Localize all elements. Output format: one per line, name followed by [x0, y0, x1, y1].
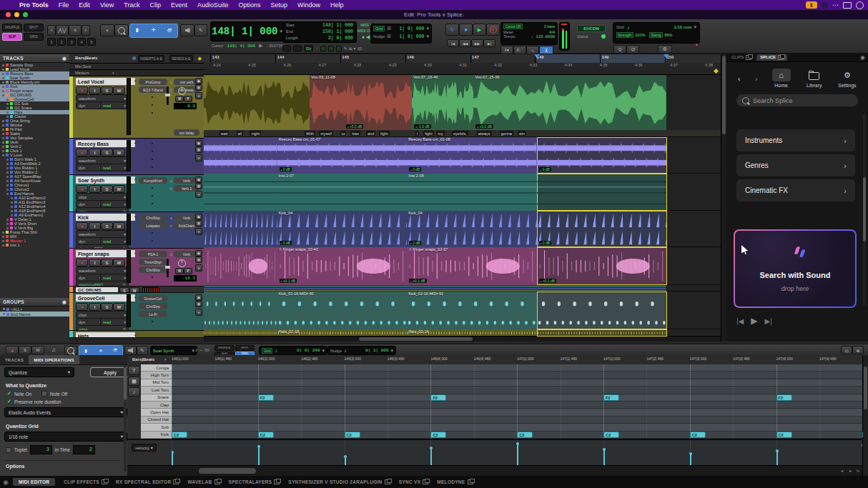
clip[interactable] — [204, 292, 278, 329]
clip-reecey-bass-cm-01-07[interactable]: Reecey Bass-cm_01-07 — [277, 137, 408, 174]
header-add-button[interactable]: + — [195, 228, 202, 235]
lead-vocal-record-button[interactable]: ● — [76, 86, 88, 94]
play-button[interactable]: ▶ — [473, 24, 486, 36]
midi-note-c2-beat-5[interactable]: C2 — [603, 432, 619, 438]
midi-track-selector[interactable]: Soar Synth▾ — [150, 346, 197, 355]
soar-synth-s-button[interactable]: S — [101, 185, 113, 193]
clip[interactable] — [537, 292, 667, 329]
clip-kick-02-16-midi-90[interactable]: Kick_02-16-MIDI-90 — [277, 292, 408, 329]
arrangement-track-groovecell[interactable]: Kick_02-16-MIDI-90Kick_02-16-MIDI-91 — [204, 292, 721, 329]
swing-button[interactable]: Swing: — [649, 32, 663, 38]
velocity-selector[interactable]: velocity ▾ — [132, 444, 157, 452]
midi-mode-shuffle[interactable]: SHUFFLE — [214, 345, 235, 351]
lyric-chip-always[interactable]: always — [477, 131, 492, 136]
menu-window[interactable]: Window — [292, 1, 325, 9]
splice-back-button[interactable]: ‹ — [738, 74, 741, 83]
insert-chnlstrp[interactable]: ChnlStrp — [139, 214, 167, 221]
splice-tab-clips[interactable]: CLIPS — [728, 54, 755, 61]
splice-category-cinematic-fx[interactable]: Cinematic FX› — [736, 179, 855, 201]
menu-options[interactable]: Options — [233, 1, 265, 9]
drum-lane-low-tom[interactable]: Low Tom — [141, 387, 172, 394]
header-mini-1[interactable]: ▣ — [195, 250, 202, 257]
note-off-checkbox[interactable] — [41, 391, 47, 397]
ops-scrollbar[interactable] — [124, 366, 127, 472]
note-on-checkbox[interactable]: ✓ — [7, 391, 11, 397]
insert-psa-1[interactable]: PSA-1 — [139, 251, 167, 257]
group-item-end-harms[interactable]: End Harms — [0, 312, 69, 317]
midi-pencil-tool[interactable]: ✎ — [137, 346, 148, 355]
midi-link-button[interactable]: ⊕ — [852, 346, 864, 354]
tempo-ruler-button[interactable]: ∿ — [526, 46, 539, 54]
midi-note-f2-beat-3[interactable]: F2 — [430, 394, 446, 401]
splice-tab-splice[interactable]: SPLICE — [756, 54, 787, 61]
gc-drums-m-button[interactable]: M — [129, 287, 139, 293]
lyric-chip-lose[interactable]: lose — [350, 131, 360, 136]
velocity-lane[interactable] — [172, 439, 863, 467]
midi-selector-tool[interactable]: ▮· — [80, 347, 93, 354]
reecey-bass-i-button[interactable]: I — [89, 149, 101, 156]
groovecell-s-button[interactable]: S — [101, 303, 113, 311]
clock-icon[interactable] — [856, 1, 864, 9]
lead-vocal-pan-knob[interactable] — [178, 87, 186, 95]
kick-record-button[interactable]: ● — [76, 222, 88, 230]
header-add-button[interactable]: + — [195, 264, 202, 272]
pencil-tool[interactable]: ✎ — [194, 24, 207, 36]
more-menu-icon[interactable]: ⋯ — [832, 1, 839, 9]
selection-end-marker[interactable] — [664, 54, 669, 59]
track-header-finger-snaps[interactable]: Finger snaps▾●ISMwaveform▾dyn▾read▾elast… — [69, 249, 204, 287]
preserve-duration-checkbox[interactable]: ✓ — [7, 399, 11, 404]
close-window-button[interactable] — [6, 12, 11, 17]
quantize-off-button[interactable]: Q̸ — [626, 45, 639, 54]
strength-button[interactable]: Strength: — [616, 32, 633, 38]
header-mini-2[interactable]: ▥ — [195, 257, 202, 263]
rtz-button[interactable]: |◀ — [447, 39, 459, 47]
loop-playback-button[interactable]: ↻ — [445, 24, 459, 36]
lyric-chip-wait[interactable]: wait — [220, 131, 230, 136]
metronome-button[interactable]: ⊼ — [539, 46, 553, 54]
midi-mode-spot[interactable]: SPOT — [235, 345, 255, 351]
finger-snaps-s-button[interactable]: S — [101, 259, 113, 267]
clip-inst-2-08[interactable]: Inst 2-08 — [407, 174, 537, 211]
lead-vocal-send-pre[interactable]: P — [184, 96, 192, 102]
menu-track[interactable]: Track — [119, 1, 144, 9]
mic-status-icon[interactable]: ▮ — [806, 1, 817, 9]
lyric-chip-fight[interactable]: fight — [423, 131, 433, 136]
toolbar-gear-icon[interactable]: ⚙ — [658, 45, 672, 54]
header-mini-2[interactable]: ▥ — [195, 183, 202, 189]
menu-pro-tools[interactable]: Pro Tools — [14, 1, 54, 9]
header-mini-1[interactable]: ▣ — [195, 78, 202, 84]
bottom-tab-rx-spectral-editor[interactable]: RX SPECTRAL EDITOR — [116, 479, 179, 484]
clip-reecey-bass-cm-01-08[interactable]: Reecey Bass-cm_01-08 — [407, 137, 537, 174]
lyric-chip-myself[interactable]: myself — [319, 131, 333, 136]
ruler-bars-label[interactable]: Bars|Beats — [75, 56, 97, 60]
zoom-preset-3[interactable]: 3 — [67, 38, 76, 46]
drum-lane-mid-tom[interactable]: Mid Tom — [141, 379, 172, 387]
soar-synth-m-button[interactable]: M — [113, 185, 125, 193]
bottom-bar-menu-icon[interactable]: ◉ — [3, 479, 9, 486]
midi-zoom-out-button[interactable]: ◂ — [841, 468, 843, 473]
splice-play-button[interactable]: ▶ — [751, 316, 757, 326]
midi-note-c2-beat-8[interactable]: C2 — [862, 432, 863, 438]
midi-note-c2-beat-6[interactable]: C2 — [690, 432, 706, 438]
arrangement-track-kick[interactable]: Kick_04Kick_04▴ 0 dB▴ 0 dB▴ 0 dB — [204, 211, 721, 247]
lyric-chip-to[interactable]: to — [340, 131, 347, 136]
clip[interactable] — [537, 329, 667, 337]
midi-note-c2-beat-0[interactable]: C2 — [172, 432, 187, 438]
groovecell-m-button[interactable]: M — [113, 303, 125, 311]
midi-hscrollbar[interactable]: ◂ ▸ ⊳ — [127, 465, 863, 477]
lyric-chip-and[interactable]: and — [366, 131, 375, 136]
header-mini-1[interactable]: ▣ — [195, 140, 202, 146]
tuplet-checkbox[interactable] — [6, 447, 11, 453]
track-list-item-inst-1[interactable]: Inst 1 — [0, 243, 69, 247]
lyric-chip-gonna[interactable]: gonna — [500, 131, 513, 136]
keyboard-icon[interactable] — [843, 2, 852, 9]
gc-drums-s-button[interactable]: S — [119, 287, 129, 293]
reecey-bass-record-button[interactable]: ● — [76, 149, 88, 156]
midi-ruler[interactable]: Bars|Beats ▾ 146|1| 000146|1| 480146|2| … — [127, 355, 863, 365]
insert-procomp[interactable]: ProComp — [139, 79, 167, 85]
velocity-stem-beat-7[interactable] — [776, 451, 778, 465]
splice-category-genres[interactable]: Genres› — [736, 154, 855, 176]
grid-mode-button[interactable]: Grid — [373, 26, 385, 31]
menu-setup[interactable]: Setup — [266, 1, 293, 9]
velocity-stem-beat-5[interactable] — [603, 449, 605, 465]
